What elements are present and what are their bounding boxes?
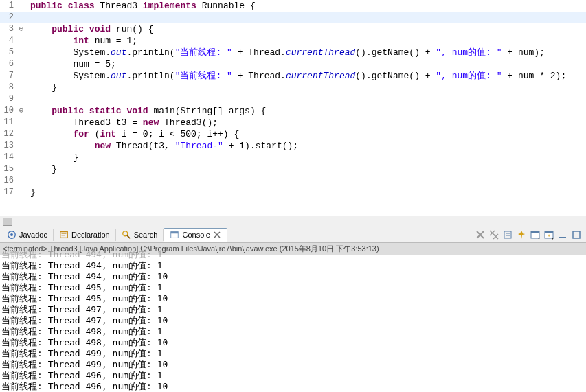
console-line: 当前线程: Thread-497, num的值: 1 bbox=[0, 304, 586, 315]
code-line[interactable]: 17} bbox=[0, 187, 586, 198]
display-selected-icon[interactable] bbox=[530, 229, 541, 240]
fold-icon[interactable] bbox=[15, 23, 27, 35]
close-icon[interactable] bbox=[213, 231, 221, 239]
tab-javadoc[interactable]: Javadoc bbox=[1, 229, 54, 241]
fold-icon[interactable] bbox=[15, 105, 27, 117]
tab-search[interactable]: Search bbox=[116, 229, 164, 241]
code-content: } bbox=[27, 187, 36, 198]
console-line: 当前线程: Thread-495, num的值: 1 bbox=[0, 282, 586, 293]
code-editor[interactable]: 1public class Thread3 implements Runnabl… bbox=[0, 0, 586, 216]
text-cursor bbox=[168, 381, 174, 391]
line-number: 3 bbox=[0, 23, 15, 35]
code-line[interactable]: 1public class Thread3 implements Runnabl… bbox=[0, 0, 586, 12]
code-line[interactable]: 14 } bbox=[0, 152, 586, 163]
line-number: 8 bbox=[0, 82, 15, 93]
maximize-icon[interactable] bbox=[571, 229, 582, 240]
code-content: } bbox=[27, 152, 78, 163]
code-content: public void run() { bbox=[27, 23, 153, 35]
console-line: 当前线程: Thread-499, num的值: 10 bbox=[0, 359, 586, 370]
code-line[interactable]: 2 bbox=[0, 12, 586, 23]
code-content: for (int i = 0; i < 500; i++) { bbox=[27, 128, 239, 140]
tab-declaration[interactable]: Declaration bbox=[54, 229, 116, 241]
line-number: 10 bbox=[0, 105, 15, 117]
line-number: 6 bbox=[0, 58, 15, 70]
line-number: 9 bbox=[0, 93, 15, 105]
pin-icon[interactable] bbox=[516, 229, 527, 240]
svg-rect-2 bbox=[60, 232, 68, 238]
line-number: 7 bbox=[0, 70, 15, 82]
declaration-icon bbox=[59, 230, 69, 240]
code-line[interactable]: 8 } bbox=[0, 82, 586, 93]
scroll-thumb[interactable] bbox=[3, 218, 12, 226]
view-tabs: Javadoc Declaration Search Console + bbox=[0, 227, 586, 243]
code-content: System.out.println("当前线程: " + Thread.cur… bbox=[27, 47, 545, 58]
tab-console[interactable]: Console bbox=[164, 228, 227, 242]
line-number: 15 bbox=[0, 163, 15, 175]
code-content: System.out.println("当前线程: " + Thread.cur… bbox=[27, 70, 566, 82]
line-number: 13 bbox=[0, 140, 15, 152]
tab-label: Console bbox=[182, 231, 210, 239]
svg-rect-21 bbox=[531, 231, 539, 233]
line-number: 2 bbox=[0, 12, 15, 23]
code-line[interactable]: 16 bbox=[0, 175, 586, 187]
console-line: 当前线程: Thread-497, num的值: 10 bbox=[0, 315, 586, 326]
scroll-lock-icon[interactable] bbox=[502, 229, 513, 240]
svg-point-1 bbox=[10, 233, 13, 236]
console-line: 当前线程: Thread-498, num的值: 10 bbox=[0, 337, 586, 348]
minimize-icon[interactable] bbox=[557, 229, 568, 240]
code-line[interactable]: 9 bbox=[0, 93, 586, 105]
svg-rect-28 bbox=[573, 231, 580, 238]
tab-label: Search bbox=[134, 231, 158, 239]
tab-label: Javadoc bbox=[19, 231, 47, 239]
code-line[interactable]: 10 public static void main(String[] args… bbox=[0, 105, 586, 117]
svg-point-5 bbox=[122, 231, 127, 236]
console-line: 当前线程: Thread-496, num的值: 10 bbox=[0, 381, 586, 392]
horizontal-scrollbar[interactable] bbox=[0, 216, 586, 227]
line-number: 11 bbox=[0, 117, 15, 128]
open-console-icon[interactable]: + bbox=[543, 229, 554, 240]
line-number: 5 bbox=[0, 47, 15, 58]
svg-text:+: + bbox=[548, 233, 551, 239]
code-content: public static void main(String[] args) { bbox=[27, 105, 266, 117]
console-line: 当前线程: Thread-495, num的值: 10 bbox=[0, 293, 586, 304]
console-toolbar: + bbox=[475, 229, 585, 240]
remove-all-icon[interactable] bbox=[488, 229, 499, 240]
console-line: 当前线程: Thread-496, num的值: 1 bbox=[0, 370, 586, 381]
line-number: 1 bbox=[0, 0, 15, 12]
code-line[interactable]: 3 public void run() { bbox=[0, 23, 586, 35]
line-number: 17 bbox=[0, 187, 15, 198]
code-line[interactable]: 11 Thread3 t3 = new Thread3(); bbox=[0, 117, 586, 128]
tab-label: Declaration bbox=[71, 231, 110, 239]
line-number: 14 bbox=[0, 152, 15, 163]
svg-line-6 bbox=[127, 235, 130, 238]
code-line[interactable]: 6 num = 5; bbox=[0, 58, 586, 70]
console-line: 当前线程: Thread-494, num的值: 1 bbox=[0, 260, 586, 271]
line-number: 4 bbox=[0, 35, 15, 47]
code-line[interactable]: 5 System.out.println("当前线程: " + Thread.c… bbox=[0, 47, 586, 58]
code-line[interactable]: 7 System.out.println("当前线程: " + Thread.c… bbox=[0, 70, 586, 82]
console-line: 当前线程: Thread-498, num的值: 1 bbox=[0, 326, 586, 337]
console-line: 当前线程: Thread-499, num的值: 1 bbox=[0, 348, 586, 359]
line-number: 12 bbox=[0, 128, 15, 140]
line-number: 16 bbox=[0, 175, 15, 187]
code-line[interactable]: 12 for (int i = 0; i < 500; i++) { bbox=[0, 128, 586, 140]
console-icon bbox=[170, 230, 179, 240]
code-line[interactable]: 4 int num = 1; bbox=[0, 35, 586, 47]
code-content: } bbox=[27, 82, 57, 93]
code-content: num = 5; bbox=[27, 58, 116, 70]
svg-rect-17 bbox=[504, 231, 511, 238]
code-line[interactable]: 15 } bbox=[0, 163, 586, 175]
svg-rect-27 bbox=[559, 237, 566, 238]
code-content: public class Thread3 implements Runnable… bbox=[27, 0, 256, 12]
at-icon bbox=[7, 230, 16, 240]
code-content: new Thread(t3, "Thread-" + i).start(); bbox=[27, 140, 298, 152]
svg-rect-8 bbox=[171, 232, 179, 234]
console-output[interactable]: <terminated> Thread3 [Java Application] … bbox=[0, 243, 586, 392]
code-content: Thread3 t3 = new Thread3(); bbox=[27, 117, 218, 128]
console-line-partial: 当前线程: Thread-494, num的值: 1 bbox=[0, 249, 586, 260]
code-line[interactable]: 13 new Thread(t3, "Thread-" + i).start()… bbox=[0, 140, 586, 152]
remove-terminated-icon[interactable] bbox=[475, 229, 486, 240]
code-content: } bbox=[27, 163, 57, 175]
search-icon bbox=[122, 230, 131, 240]
code-content: int num = 1; bbox=[27, 35, 137, 47]
